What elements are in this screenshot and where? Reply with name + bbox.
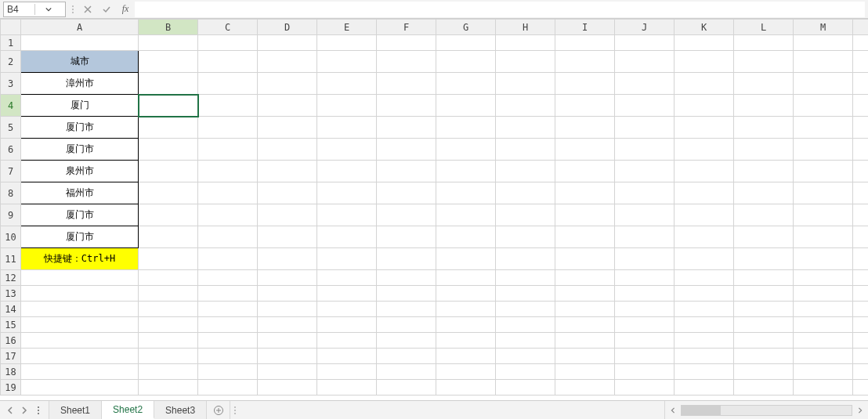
cell-K4[interactable] bbox=[675, 95, 734, 117]
cell-N16[interactable] bbox=[853, 333, 869, 349]
cell-M5[interactable] bbox=[794, 117, 853, 139]
cell-E16[interactable] bbox=[317, 333, 377, 349]
cell-L12[interactable] bbox=[734, 270, 794, 286]
cell-D18[interactable] bbox=[258, 364, 317, 380]
sheet-tab-sheet3[interactable]: Sheet3 bbox=[154, 401, 207, 419]
cell-J18[interactable] bbox=[615, 364, 675, 380]
row-header-11[interactable]: 11 bbox=[1, 248, 21, 270]
add-sheet-button[interactable] bbox=[207, 401, 230, 419]
cell-D19[interactable] bbox=[258, 380, 317, 396]
column-header-H[interactable]: H bbox=[496, 20, 555, 35]
cell-L5[interactable] bbox=[734, 117, 794, 139]
row-header-16[interactable]: 16 bbox=[1, 333, 21, 349]
name-box-dropdown-icon[interactable] bbox=[34, 4, 63, 15]
cell-F7[interactable] bbox=[377, 161, 436, 182]
cell-C2[interactable] bbox=[198, 51, 258, 73]
row-header-15[interactable]: 15 bbox=[1, 317, 21, 333]
cell-B5[interactable] bbox=[139, 117, 198, 139]
cell-N13[interactable] bbox=[853, 286, 869, 302]
cell-H16[interactable] bbox=[496, 333, 555, 349]
cell-J12[interactable] bbox=[615, 270, 675, 286]
cancel-button[interactable] bbox=[78, 2, 97, 17]
cell-K6[interactable] bbox=[675, 139, 734, 161]
cell-H14[interactable] bbox=[496, 302, 555, 317]
cell-B8[interactable] bbox=[139, 182, 198, 204]
cell-A4[interactable]: 厦门 bbox=[21, 95, 139, 117]
cell-G12[interactable] bbox=[436, 270, 496, 286]
cell-H2[interactable] bbox=[496, 51, 555, 73]
cell-A7[interactable]: 泉州市 bbox=[21, 161, 139, 182]
cell-F17[interactable] bbox=[377, 349, 436, 364]
cell-A19[interactable] bbox=[21, 380, 139, 396]
cell-K8[interactable] bbox=[675, 182, 734, 204]
cell-K15[interactable] bbox=[675, 317, 734, 333]
cell-M11[interactable] bbox=[794, 248, 853, 270]
cell-B19[interactable] bbox=[139, 380, 198, 396]
cell-E3[interactable] bbox=[317, 73, 377, 95]
cell-N10[interactable] bbox=[853, 226, 869, 248]
row-header-17[interactable]: 17 bbox=[1, 349, 21, 364]
sheet-tab-sheet1[interactable]: Sheet1 bbox=[49, 401, 102, 419]
cell-E17[interactable] bbox=[317, 349, 377, 364]
cell-M13[interactable] bbox=[794, 286, 853, 302]
cell-I2[interactable] bbox=[555, 51, 615, 73]
cell-B15[interactable] bbox=[139, 317, 198, 333]
cell-E10[interactable] bbox=[317, 226, 377, 248]
scroll-left-icon[interactable] bbox=[667, 404, 679, 417]
cell-D7[interactable] bbox=[258, 161, 317, 182]
column-header-N[interactable]: N bbox=[853, 20, 869, 35]
cell-F13[interactable] bbox=[377, 286, 436, 302]
cell-A10[interactable]: 厦门市 bbox=[21, 226, 139, 248]
cell-N9[interactable] bbox=[853, 204, 869, 226]
cell-H8[interactable] bbox=[496, 182, 555, 204]
cell-L19[interactable] bbox=[734, 380, 794, 396]
cell-I18[interactable] bbox=[555, 364, 615, 380]
column-header-G[interactable]: G bbox=[436, 20, 496, 35]
cell-I15[interactable] bbox=[555, 317, 615, 333]
row-header-13[interactable]: 13 bbox=[1, 286, 21, 302]
formula-input[interactable] bbox=[135, 2, 865, 17]
cell-L6[interactable] bbox=[734, 139, 794, 161]
cell-A1[interactable] bbox=[21, 35, 139, 51]
row-header-19[interactable]: 19 bbox=[1, 380, 21, 396]
column-header-E[interactable]: E bbox=[317, 20, 377, 35]
horizontal-scrollbar[interactable] bbox=[664, 401, 868, 419]
cell-I16[interactable] bbox=[555, 333, 615, 349]
cell-J13[interactable] bbox=[615, 286, 675, 302]
cell-A3[interactable]: 漳州市 bbox=[21, 73, 139, 95]
cell-F19[interactable] bbox=[377, 380, 436, 396]
cell-H9[interactable] bbox=[496, 204, 555, 226]
cell-B9[interactable] bbox=[139, 204, 198, 226]
cell-H18[interactable] bbox=[496, 364, 555, 380]
cell-E6[interactable] bbox=[317, 139, 377, 161]
cell-G18[interactable] bbox=[436, 364, 496, 380]
cell-B4[interactable] bbox=[139, 95, 198, 117]
cell-E15[interactable] bbox=[317, 317, 377, 333]
cell-G6[interactable] bbox=[436, 139, 496, 161]
cell-D13[interactable] bbox=[258, 286, 317, 302]
cell-F10[interactable] bbox=[377, 226, 436, 248]
cell-I13[interactable] bbox=[555, 286, 615, 302]
cell-B14[interactable] bbox=[139, 302, 198, 317]
cell-K5[interactable] bbox=[675, 117, 734, 139]
column-header-M[interactable]: M bbox=[794, 20, 853, 35]
row-header-6[interactable]: 6 bbox=[1, 139, 21, 161]
cell-A5[interactable]: 厦门市 bbox=[21, 117, 139, 139]
cell-I14[interactable] bbox=[555, 302, 615, 317]
cell-K16[interactable] bbox=[675, 333, 734, 349]
cell-K2[interactable] bbox=[675, 51, 734, 73]
cell-N11[interactable] bbox=[853, 248, 869, 270]
sheet-tab-sheet2[interactable]: Sheet2 bbox=[102, 401, 154, 419]
cell-D17[interactable] bbox=[258, 349, 317, 364]
row-header-10[interactable]: 10 bbox=[1, 226, 21, 248]
cell-G8[interactable] bbox=[436, 182, 496, 204]
cell-D14[interactable] bbox=[258, 302, 317, 317]
cell-J4[interactable] bbox=[615, 95, 675, 117]
column-header-I[interactable]: I bbox=[555, 20, 615, 35]
cell-L4[interactable] bbox=[734, 95, 794, 117]
cell-C15[interactable] bbox=[198, 317, 258, 333]
cell-G17[interactable] bbox=[436, 349, 496, 364]
cell-A8[interactable]: 福州市 bbox=[21, 182, 139, 204]
cell-M6[interactable] bbox=[794, 139, 853, 161]
cell-E5[interactable] bbox=[317, 117, 377, 139]
